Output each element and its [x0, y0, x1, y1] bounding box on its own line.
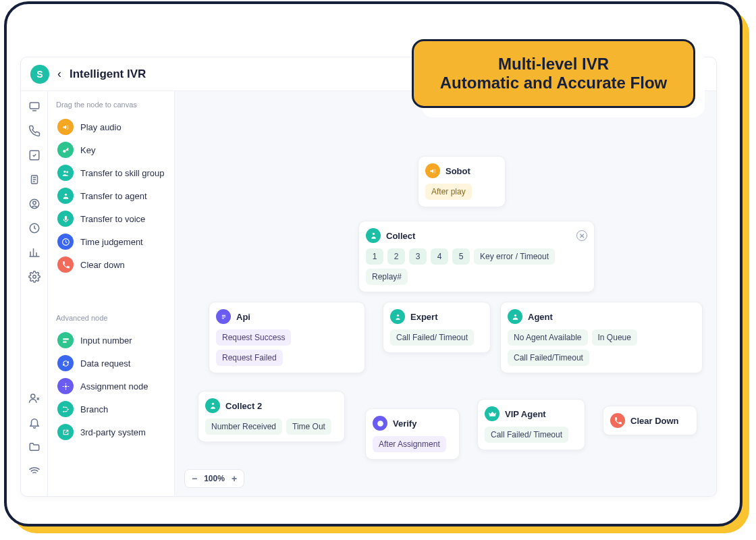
chip[interactable]: Request Success — [216, 329, 291, 346]
page-title: Intelligent IVR — [70, 68, 146, 81]
check-icon[interactable] — [28, 149, 40, 161]
zoom-control[interactable]: − 100% + — [184, 469, 244, 488]
key-chip[interactable]: 2 — [387, 248, 405, 265]
folder-icon[interactable] — [28, 441, 40, 453]
palette-item[interactable]: Clear down — [56, 253, 167, 276]
chip[interactable]: Call Failed/Timeout — [508, 350, 589, 366]
node-title: Agent — [528, 312, 553, 322]
palette-item-label: Assignment node — [80, 381, 148, 392]
chip[interactable]: Call Failed/ Timeout — [485, 427, 568, 443]
node-title: Collect — [386, 231, 415, 241]
node-collect[interactable]: Collect✕ 12345Key error / TimeoutReplay# — [358, 221, 595, 292]
callout-banner: Multi-level IVR Automatic and Accurate F… — [412, 39, 695, 108]
palette-item-label: Input number — [80, 335, 132, 346]
key-chip[interactable]: 3 — [409, 248, 427, 265]
node-collect2[interactable]: Collect 2 Number ReceivedTime Out — [198, 391, 345, 442]
svg-rect-13 — [63, 338, 69, 340]
palette-item[interactable]: Branch — [56, 398, 167, 421]
contact-icon[interactable] — [28, 392, 40, 404]
palette-item[interactable]: Time judgement — [56, 230, 167, 253]
svg-point-20 — [396, 314, 398, 316]
chip[interactable]: Request Failed — [216, 350, 283, 366]
key-chip[interactable]: 5 — [452, 248, 470, 265]
node-title: VIP Agent — [505, 409, 546, 419]
node-palette: Drag the node to canvas Play audioKeyTra… — [48, 91, 175, 497]
palette-item-label: Branch — [80, 404, 108, 414]
callout-line1: Multi-level IVR — [431, 55, 676, 74]
palette-item-label: Time judgement — [80, 237, 143, 247]
chip[interactable]: Replay# — [366, 269, 408, 285]
expert-icon — [390, 309, 405, 324]
connection-lines — [175, 91, 377, 192]
node-sobot[interactable]: Sobot After play — [418, 156, 506, 207]
palette-item[interactable]: 3rd-party system — [56, 421, 167, 443]
branch-icon — [57, 401, 74, 417]
svg-point-21 — [514, 314, 516, 316]
voice-icon — [57, 211, 74, 227]
zoom-level: 100% — [204, 474, 225, 483]
key-chip[interactable]: 1 — [366, 248, 383, 265]
node-vip[interactable]: VIP Agent Call Failed/ Timeout — [477, 399, 585, 450]
palette-item[interactable]: Transfer to agent — [56, 184, 167, 207]
agent-icon — [57, 188, 74, 204]
zoom-out-icon[interactable]: − — [192, 473, 197, 484]
wifi-icon[interactable] — [28, 465, 40, 477]
key-chip[interactable]: 4 — [431, 248, 448, 265]
palette-item[interactable]: Assignment node — [56, 375, 167, 398]
node-cleardown[interactable]: Clear Down — [603, 406, 697, 435]
chip[interactable]: Time Out — [286, 418, 331, 435]
back-icon[interactable]: ‹ — [57, 67, 61, 81]
user-icon[interactable] — [28, 198, 40, 210]
chart-icon[interactable] — [28, 246, 40, 259]
svg-point-17 — [63, 410, 64, 412]
svg-point-10 — [66, 171, 68, 173]
palette-item-label: Transfer to voice — [80, 214, 145, 224]
close-icon[interactable]: ✕ — [576, 230, 587, 241]
chip[interactable]: No Agent Available — [508, 329, 588, 346]
node-api[interactable]: Api Request SuccessRequest Failed — [209, 302, 365, 373]
clock-icon[interactable] — [28, 222, 40, 234]
svg-rect-14 — [63, 341, 66, 342]
monitor-icon[interactable] — [28, 101, 40, 113]
flow-canvas[interactable]: Sobot After play Collect✕ 12345Key error… — [175, 91, 716, 497]
palette-item-label: Key — [80, 145, 95, 155]
data-icon — [57, 355, 74, 371]
palette-item[interactable]: Key — [56, 138, 167, 161]
workspace-avatar[interactable]: S — [30, 65, 49, 84]
palette-item[interactable]: Transfer to skill group — [56, 161, 167, 184]
palette-item-label: Play audio — [80, 122, 122, 132]
chip[interactable]: Key error / Timeout — [474, 248, 555, 265]
node-title: Verify — [393, 418, 416, 429]
collect-icon — [366, 228, 381, 243]
agent-icon — [508, 309, 522, 324]
gear-icon[interactable] — [28, 271, 40, 283]
palette-item-label: Transfer to skill group — [80, 168, 165, 178]
palette-item[interactable]: Play audio — [56, 115, 167, 138]
crown-icon — [485, 406, 500, 421]
svg-point-8 — [63, 149, 65, 152]
node-verify[interactable]: Verify After Assignment — [365, 408, 460, 460]
sound-icon — [425, 163, 440, 178]
node-title: Expert — [410, 312, 437, 322]
bell-icon[interactable] — [28, 416, 40, 429]
palette-item[interactable]: Input number — [56, 329, 167, 352]
clipboard-icon[interactable] — [28, 173, 40, 186]
chip[interactable]: Call Failed/ Timeout — [390, 329, 474, 346]
chip[interactable]: In Queue — [592, 329, 637, 346]
zoom-in-icon[interactable]: + — [232, 473, 237, 484]
node-title: Collect 2 — [225, 401, 262, 411]
chip-after-play[interactable]: After play — [425, 184, 472, 200]
clock-icon — [57, 234, 74, 250]
node-expert[interactable]: Expert Call Failed/ Timeout — [383, 302, 491, 353]
svg-rect-0 — [30, 103, 39, 109]
phone-icon[interactable] — [28, 125, 40, 137]
node-agent[interactable]: Agent No Agent AvailableIn QueueCall Fai… — [500, 302, 703, 373]
palette-advanced-hint: Advanced node — [56, 314, 167, 322]
svg-point-9 — [63, 170, 65, 172]
palette-item[interactable]: Transfer to voice — [56, 207, 167, 230]
chip[interactable]: After Assignment — [373, 436, 446, 452]
palette-item[interactable]: Data request — [56, 352, 167, 375]
palette-item-label: Transfer to agent — [80, 191, 147, 201]
node-title: Api — [236, 312, 250, 322]
chip[interactable]: Number Received — [205, 418, 282, 435]
